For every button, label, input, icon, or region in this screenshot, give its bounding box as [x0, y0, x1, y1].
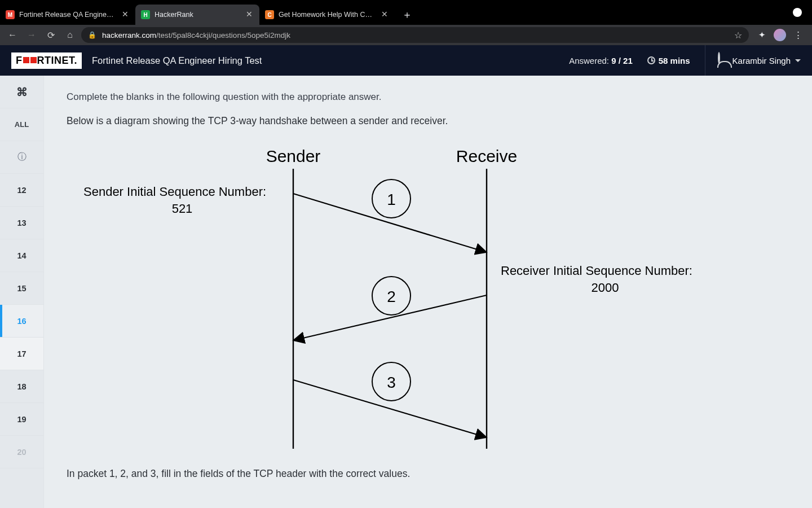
all-questions-button[interactable]: ALL	[0, 108, 43, 141]
question-nav-item-active[interactable]: 16	[0, 305, 43, 338]
info-icon: ⓘ	[17, 151, 27, 163]
close-icon[interactable]: ✕	[245, 10, 254, 19]
question-nav-item[interactable]: 17	[0, 338, 43, 370]
reload-button[interactable]: ⟳	[43, 27, 59, 43]
user-icon	[718, 52, 720, 64]
question-nav-item[interactable]: 18	[0, 370, 43, 403]
packet-1-label: 1	[387, 191, 396, 208]
extensions-icon[interactable]: ✦	[756, 29, 768, 41]
user-menu[interactable]: Karambir Singh	[705, 45, 801, 76]
question-nav-item[interactable]: 19	[0, 403, 43, 436]
browser-tab-active[interactable]: H HackerRank ✕	[135, 5, 259, 25]
answered-counter: Answered: 9 / 21	[569, 56, 633, 65]
receiver-isn-label: Receiver Initial Sequence Number:	[501, 264, 692, 278]
clock-icon	[647, 56, 655, 64]
gmail-icon: M	[6, 10, 15, 19]
question-instruction: Complete the blanks in the following que…	[67, 91, 789, 103]
new-tab-button[interactable]: ＋	[399, 7, 415, 23]
sender-heading: Sender	[266, 147, 321, 165]
sender-isn-value: 521	[172, 202, 193, 216]
question-sidebar: ⌘ ALL ⓘ 12 13 14 15 16 17 18 19 20	[0, 76, 44, 508]
timer-value: 58 mins	[659, 56, 690, 65]
question-content: Complete the blanks in the following que…	[44, 76, 812, 508]
url-path: /test/5pal8c4ckji/questions/5ope5i2mdjk	[156, 31, 290, 40]
question-nav-item[interactable]: 20	[0, 436, 43, 468]
question-description: Below is a diagram showing the TCP 3-way…	[67, 115, 789, 127]
browser-toolbar: ← → ⟳ ⌂ 🔒 hackerrank.com/test/5pal8c4ckj…	[0, 25, 812, 45]
url-host: hackerrank.com	[102, 31, 156, 40]
timer: 58 mins	[647, 56, 690, 65]
question-nav-item[interactable]: 15	[0, 272, 43, 305]
close-icon[interactable]: ✕	[121, 10, 130, 19]
home-button[interactable]: ⌂	[62, 27, 78, 43]
url-text: hackerrank.com/test/5pal8c4ckji/question…	[102, 31, 290, 40]
packet-3-label: 3	[387, 374, 396, 391]
answered-value: 9 / 21	[611, 56, 633, 65]
tab-title: HackerRank	[155, 11, 240, 19]
fortinet-logo: FRTINET.	[11, 52, 82, 69]
tcp-handshake-diagram: Sender Receive Sender Initial Sequence N…	[67, 144, 721, 449]
forward-button[interactable]: →	[24, 27, 39, 43]
receiver-isn-value: 2000	[592, 281, 619, 295]
question-nav-item[interactable]: 13	[0, 207, 43, 239]
tab-title: Get Homework Help With Cheg	[279, 11, 376, 19]
question-followup: In packet 1, 2, and 3, fill in the field…	[67, 466, 789, 480]
packet-2-label: 2	[387, 288, 396, 305]
browser-tab[interactable]: M Fortinet Release QA Engineer H ✕	[0, 5, 135, 25]
chevron-down-icon	[795, 59, 801, 62]
app-topbar: FRTINET. Fortinet Release QA Engineer Hi…	[0, 45, 812, 76]
answered-label: Answered:	[569, 56, 611, 65]
user-name: Karambir Singh	[732, 56, 791, 65]
question-nav-item[interactable]: 12	[0, 174, 43, 207]
command-icon: ⌘	[16, 85, 28, 99]
back-button[interactable]: ←	[5, 27, 20, 43]
address-bar[interactable]: 🔒 hackerrank.com/test/5pal8c4ckji/questi…	[81, 27, 749, 43]
receiver-heading: Receive	[456, 147, 517, 165]
hackerrank-icon: H	[141, 10, 150, 19]
sender-isn-label: Sender Initial Sequence Number:	[83, 185, 266, 199]
info-button[interactable]: ⓘ	[0, 141, 43, 174]
bookmark-star-icon[interactable]: ☆	[734, 30, 742, 41]
question-nav-item[interactable]: 14	[0, 239, 43, 272]
browser-tab[interactable]: C Get Homework Help With Cheg ✕	[259, 5, 395, 25]
command-menu-button[interactable]: ⌘	[0, 76, 43, 108]
chegg-icon: C	[265, 10, 274, 19]
account-indicator-icon[interactable]	[793, 8, 802, 17]
close-icon[interactable]: ✕	[380, 10, 389, 19]
profile-avatar-icon[interactable]	[774, 29, 786, 41]
tab-title: Fortinet Release QA Engineer H	[19, 11, 116, 19]
lock-icon: 🔒	[88, 31, 96, 39]
test-title: Fortinet Release QA Engineer Hiring Test	[92, 55, 262, 66]
browser-menu-icon[interactable]: ⋮	[792, 29, 804, 41]
browser-tab-strip: M Fortinet Release QA Engineer H ✕ H Hac…	[0, 0, 812, 25]
